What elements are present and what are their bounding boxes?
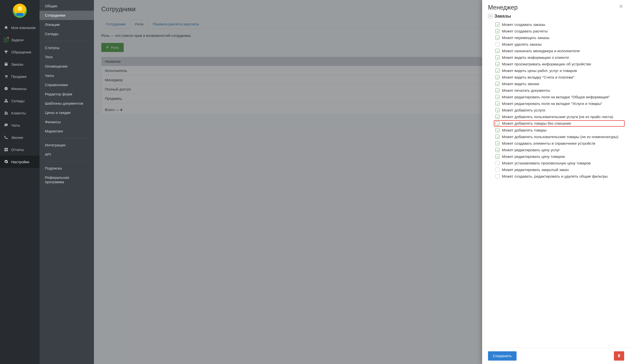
nav-item-settings[interactable]: Настройки [0, 156, 40, 168]
subnav-item[interactable]: Редактор форм [40, 90, 94, 99]
subnav-item[interactable]: Общие [40, 2, 94, 11]
permission-checkbox[interactable] [495, 22, 500, 26]
permission-label: Может добавлять пользовательские товары … [502, 135, 618, 139]
money-icon [4, 86, 8, 91]
permission-checkbox[interactable] [495, 36, 500, 40]
nav-item-label: Заказы [11, 62, 24, 66]
permission-item: Может видеть информацию о клиенте [494, 54, 624, 61]
permission-checkbox[interactable] [495, 154, 500, 158]
nav-item-sales[interactable]: Продажи [0, 70, 40, 82]
permission-checkbox[interactable] [495, 42, 500, 46]
permission-label: Может создавать, редактировать и удалять… [502, 174, 608, 178]
subnav-item[interactable]: Финансы [40, 117, 94, 126]
permission-checkbox[interactable] [495, 168, 500, 172]
delete-button[interactable] [614, 351, 624, 360]
permission-label: Может создавать расчеты [502, 29, 548, 34]
collapse-toggle[interactable]: − [488, 14, 492, 18]
home-icon [4, 25, 8, 30]
nav-item-leads[interactable]: Обращения [0, 46, 40, 58]
permission-checkbox[interactable] [495, 102, 500, 106]
permission-checkbox[interactable] [495, 75, 500, 79]
subnav-separator [45, 41, 88, 41]
subnav-item[interactable]: Подписка [40, 164, 94, 173]
nav-item-label: Звонки [11, 136, 23, 140]
subnav-item[interactable]: Справочники [40, 80, 94, 90]
nav-item-finance[interactable]: Финансы [0, 82, 40, 95]
permission-checkbox[interactable] [495, 128, 500, 132]
permission-checkbox[interactable] [495, 68, 500, 73]
permission-checkbox[interactable] [495, 88, 500, 92]
permission-item: Может устанавливать произвольную цену то… [494, 160, 624, 166]
cart-icon [4, 74, 8, 78]
permission-item: Может создавать заказы [494, 21, 624, 28]
permission-label: Может добавлять товары без списания [502, 121, 571, 126]
permission-label: Может перемещать заказы [502, 36, 550, 40]
permission-checkbox[interactable] [495, 82, 500, 86]
subnav-item[interactable]: Чаты [40, 71, 94, 80]
permission-item: Может удалять заказы [494, 41, 624, 48]
permission-label: Может видеть цены работ, услуг и товаров [502, 68, 577, 73]
nav-item-reports[interactable]: Отчеты [0, 144, 40, 156]
avatar[interactable] [13, 4, 27, 18]
permission-item: Может перемещать заказы [494, 34, 624, 41]
orders-icon [4, 62, 8, 66]
permission-checkbox[interactable] [495, 141, 500, 146]
permission-item: Может добавлять товары [494, 127, 624, 134]
permission-checkbox[interactable] [495, 174, 500, 178]
nav-item-label: Моя компания [11, 26, 36, 30]
subnav-item[interactable]: Локации [40, 20, 94, 29]
permission-checkbox[interactable] [495, 56, 500, 60]
permission-label: Может видеть информацию о клиенте [502, 56, 569, 60]
main-nav: Моя компания5ЗадачиОбращенияЗаказыПродаж… [0, 0, 40, 364]
permission-checkbox[interactable] [495, 29, 500, 33]
subnav-item[interactable]: Реферальная программа [40, 173, 94, 187]
perm-group-title: Заказы [494, 14, 511, 19]
nav-item-company[interactable]: Моя компания [0, 22, 40, 34]
permission-checkbox[interactable] [495, 148, 500, 152]
permission-item: Может добавлять пользовательские товары … [494, 134, 624, 140]
settings-subnav: ОбщиеСотрудникиЛокацииСкладыСтатусыТегиО… [40, 0, 94, 364]
permission-checkbox[interactable] [495, 62, 500, 66]
save-button[interactable]: Сохранить [488, 351, 516, 360]
users-icon [4, 111, 8, 115]
permission-checkbox[interactable] [495, 161, 500, 165]
nav-item-orders[interactable]: Заказы [0, 58, 40, 70]
nav-item-tasks[interactable]: 5Задачи [0, 34, 40, 46]
nav-item-label: Отчеты [11, 148, 24, 152]
subnav-item[interactable]: Интеграции [40, 140, 94, 150]
permission-item: Может создавать, редактировать и удалять… [494, 173, 624, 180]
permission-checkbox[interactable] [495, 115, 500, 119]
permissions-list: Может создавать заказыМожет создавать ра… [488, 21, 624, 180]
subnav-item[interactable]: Цены и скидки [40, 108, 94, 117]
permission-checkbox[interactable] [495, 122, 500, 126]
nav-item-chats[interactable]: Чаты [0, 119, 40, 131]
permission-item: Может видеть цены работ, услуг и товаров [494, 67, 624, 74]
subnav-separator [45, 138, 88, 138]
perm-group-header: − Заказы [488, 14, 624, 19]
subnav-separator [45, 161, 88, 162]
subnav-item[interactable]: Сотрудники [40, 11, 94, 20]
permission-label: Может редактировать закрытый заказ [502, 168, 569, 172]
subnav-item[interactable]: Склады [40, 29, 94, 38]
permission-checkbox[interactable] [495, 95, 500, 99]
subnav-item[interactable]: Теги [40, 52, 94, 62]
permission-checkbox[interactable] [495, 49, 500, 53]
nav-item-calls[interactable]: Звонки [0, 131, 40, 144]
nav-item-stock[interactable]: Склады [0, 95, 40, 107]
subnav-item[interactable]: Оповещения [40, 62, 94, 71]
permission-item: Может видеть вкладку "Счета и платежи" [494, 74, 624, 80]
trash-icon [617, 354, 621, 358]
subnav-item[interactable]: Шаблоны документов [40, 99, 94, 108]
permission-item: Может редактировать поля на вкладке "Общ… [494, 94, 624, 100]
nav-item-label: Склады [11, 99, 24, 103]
permission-checkbox[interactable] [495, 135, 500, 139]
nav-item-clients[interactable]: Клиенты [0, 107, 40, 119]
subnav-item[interactable]: Маркетинг [40, 126, 94, 136]
permission-checkbox[interactable] [495, 108, 500, 112]
permission-label: Может удалять заказы [502, 42, 542, 46]
reports-icon [4, 147, 8, 152]
subnav-item[interactable]: Статусы [40, 43, 94, 52]
subnav-item[interactable]: API [40, 150, 94, 159]
chat-icon [4, 123, 8, 127]
close-button[interactable]: ✕ [618, 4, 624, 9]
